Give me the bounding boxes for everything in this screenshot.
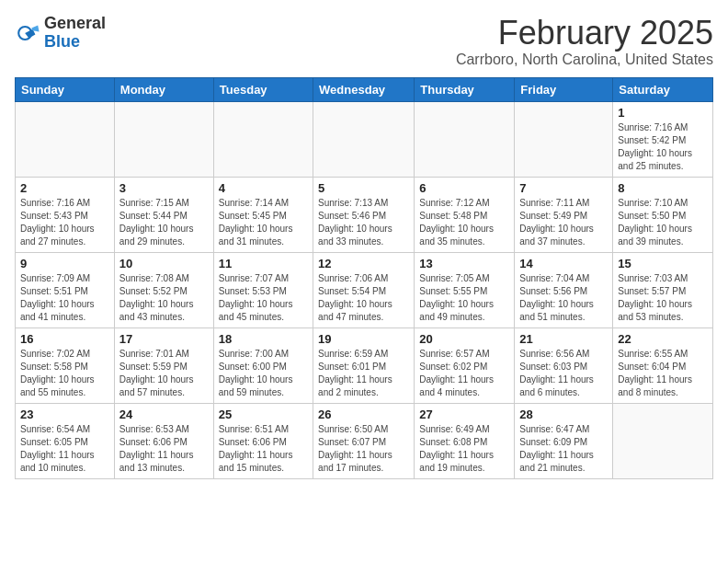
- day-number-1-3: 5: [318, 181, 409, 195]
- day-number-0-6: 1: [618, 106, 708, 120]
- day-cell-2-2: 11Sunrise: 7:07 AM Sunset: 5:53 PM Dayli…: [213, 252, 313, 327]
- title-block: February 2025 Carrboro, North Carolina, …: [456, 15, 713, 68]
- day-number-1-1: 3: [119, 181, 209, 195]
- day-cell-3-2: 18Sunrise: 7:00 AM Sunset: 6:00 PM Dayli…: [213, 327, 313, 403]
- calendar-title: February 2025: [456, 15, 713, 52]
- day-cell-0-2: [213, 101, 313, 177]
- week-row-1: 2Sunrise: 7:16 AM Sunset: 5:43 PM Daylig…: [16, 177, 713, 252]
- day-cell-3-6: 22Sunrise: 6:55 AM Sunset: 6:04 PM Dayli…: [613, 327, 713, 403]
- day-info-2-3: Sunrise: 7:06 AM Sunset: 5:54 PM Dayligh…: [318, 272, 409, 324]
- day-cell-4-0: 23Sunrise: 6:54 AM Sunset: 6:05 PM Dayli…: [16, 403, 115, 478]
- day-info-2-0: Sunrise: 7:09 AM Sunset: 5:51 PM Dayligh…: [20, 272, 109, 324]
- day-info-3-1: Sunrise: 7:01 AM Sunset: 5:59 PM Dayligh…: [119, 348, 209, 399]
- day-number-4-2: 25: [219, 408, 308, 421]
- header-monday: Monday: [114, 77, 213, 101]
- header-sunday: Sunday: [16, 77, 115, 101]
- day-number-3-1: 17: [119, 332, 209, 346]
- day-number-2-0: 9: [20, 257, 109, 270]
- week-row-4: 23Sunrise: 6:54 AM Sunset: 6:05 PM Dayli…: [16, 403, 713, 478]
- day-number-3-5: 21: [519, 332, 608, 346]
- day-cell-2-0: 9Sunrise: 7:09 AM Sunset: 5:51 PM Daylig…: [16, 252, 115, 327]
- logo: General Blue: [15, 15, 106, 52]
- day-cell-1-5: 7Sunrise: 7:11 AM Sunset: 5:49 PM Daylig…: [515, 177, 613, 252]
- day-cell-3-0: 16Sunrise: 7:02 AM Sunset: 5:58 PM Dayli…: [16, 327, 115, 403]
- day-cell-4-3: 26Sunrise: 6:50 AM Sunset: 6:07 PM Dayli…: [313, 403, 415, 478]
- day-info-1-1: Sunrise: 7:15 AM Sunset: 5:44 PM Dayligh…: [119, 197, 209, 248]
- day-cell-3-1: 17Sunrise: 7:01 AM Sunset: 5:59 PM Dayli…: [114, 327, 213, 403]
- day-info-3-2: Sunrise: 7:00 AM Sunset: 6:00 PM Dayligh…: [219, 348, 308, 399]
- day-number-1-6: 8: [618, 181, 708, 195]
- logo-text: General Blue: [44, 15, 106, 52]
- day-number-1-0: 2: [20, 181, 109, 195]
- day-number-1-2: 4: [219, 181, 308, 195]
- day-info-1-2: Sunrise: 7:14 AM Sunset: 5:45 PM Dayligh…: [219, 197, 308, 248]
- day-number-2-5: 14: [519, 257, 608, 270]
- day-info-4-0: Sunrise: 6:54 AM Sunset: 6:05 PM Dayligh…: [20, 423, 109, 475]
- day-info-3-0: Sunrise: 7:02 AM Sunset: 5:58 PM Dayligh…: [20, 348, 109, 399]
- day-cell-1-1: 3Sunrise: 7:15 AM Sunset: 5:44 PM Daylig…: [114, 177, 213, 252]
- day-info-2-2: Sunrise: 7:07 AM Sunset: 5:53 PM Dayligh…: [219, 272, 308, 324]
- day-number-1-4: 6: [419, 181, 509, 195]
- day-cell-0-5: [515, 101, 613, 177]
- day-info-1-3: Sunrise: 7:13 AM Sunset: 5:46 PM Dayligh…: [318, 197, 409, 248]
- day-cell-2-4: 13Sunrise: 7:05 AM Sunset: 5:55 PM Dayli…: [415, 252, 515, 327]
- week-row-0: 1Sunrise: 7:16 AM Sunset: 5:42 PM Daylig…: [16, 101, 713, 177]
- day-cell-4-4: 27Sunrise: 6:49 AM Sunset: 6:08 PM Dayli…: [415, 403, 515, 478]
- day-cell-0-4: [415, 101, 515, 177]
- day-info-4-2: Sunrise: 6:51 AM Sunset: 6:06 PM Dayligh…: [219, 423, 308, 475]
- day-cell-2-5: 14Sunrise: 7:04 AM Sunset: 5:56 PM Dayli…: [515, 252, 613, 327]
- day-cell-4-6: [613, 403, 713, 478]
- day-cell-3-4: 20Sunrise: 6:57 AM Sunset: 6:02 PM Dayli…: [415, 327, 515, 403]
- weekday-header-row: Sunday Monday Tuesday Wednesday Thursday…: [16, 77, 713, 101]
- day-number-2-6: 15: [618, 257, 708, 270]
- day-cell-0-0: [16, 101, 115, 177]
- calendar-subtitle: Carrboro, North Carolina, United States: [456, 52, 713, 68]
- day-info-1-5: Sunrise: 7:11 AM Sunset: 5:49 PM Dayligh…: [519, 197, 608, 248]
- day-cell-2-3: 12Sunrise: 7:06 AM Sunset: 5:54 PM Dayli…: [313, 252, 415, 327]
- page: General Blue February 2025 Carrboro, Nor…: [0, 0, 728, 487]
- day-number-3-0: 16: [20, 332, 109, 346]
- day-info-2-1: Sunrise: 7:08 AM Sunset: 5:52 PM Dayligh…: [119, 272, 209, 324]
- day-cell-1-6: 8Sunrise: 7:10 AM Sunset: 5:50 PM Daylig…: [613, 177, 713, 252]
- day-cell-4-5: 28Sunrise: 6:47 AM Sunset: 6:09 PM Dayli…: [515, 403, 613, 478]
- day-number-2-4: 13: [419, 257, 509, 270]
- day-cell-3-3: 19Sunrise: 6:59 AM Sunset: 6:01 PM Dayli…: [313, 327, 415, 403]
- day-info-1-6: Sunrise: 7:10 AM Sunset: 5:50 PM Dayligh…: [618, 197, 708, 248]
- day-cell-0-3: [313, 101, 415, 177]
- day-info-2-6: Sunrise: 7:03 AM Sunset: 5:57 PM Dayligh…: [618, 272, 708, 324]
- day-cell-2-1: 10Sunrise: 7:08 AM Sunset: 5:52 PM Dayli…: [114, 252, 213, 327]
- day-number-3-4: 20: [419, 332, 509, 346]
- day-cell-1-2: 4Sunrise: 7:14 AM Sunset: 5:45 PM Daylig…: [213, 177, 313, 252]
- week-row-3: 16Sunrise: 7:02 AM Sunset: 5:58 PM Dayli…: [16, 327, 713, 403]
- day-number-4-0: 23: [20, 408, 109, 421]
- header-saturday: Saturday: [613, 77, 713, 101]
- logo-blue-text: Blue: [44, 32, 80, 51]
- day-number-2-1: 10: [119, 257, 209, 270]
- day-info-1-4: Sunrise: 7:12 AM Sunset: 5:48 PM Dayligh…: [419, 197, 509, 248]
- day-info-4-3: Sunrise: 6:50 AM Sunset: 6:07 PM Dayligh…: [318, 423, 409, 475]
- day-info-2-5: Sunrise: 7:04 AM Sunset: 5:56 PM Dayligh…: [519, 272, 608, 324]
- day-info-4-4: Sunrise: 6:49 AM Sunset: 6:08 PM Dayligh…: [419, 423, 509, 475]
- header-tuesday: Tuesday: [213, 77, 313, 101]
- day-cell-4-2: 25Sunrise: 6:51 AM Sunset: 6:06 PM Dayli…: [213, 403, 313, 478]
- header-wednesday: Wednesday: [313, 77, 415, 101]
- header-friday: Friday: [515, 77, 613, 101]
- logo-general-text: General: [44, 14, 106, 32]
- day-number-4-3: 26: [318, 408, 409, 421]
- day-number-2-2: 11: [219, 257, 308, 270]
- day-info-3-4: Sunrise: 6:57 AM Sunset: 6:02 PM Dayligh…: [419, 348, 509, 399]
- day-cell-1-3: 5Sunrise: 7:13 AM Sunset: 5:46 PM Daylig…: [313, 177, 415, 252]
- day-cell-4-1: 24Sunrise: 6:53 AM Sunset: 6:06 PM Dayli…: [114, 403, 213, 478]
- day-number-3-6: 22: [618, 332, 708, 346]
- day-number-2-3: 12: [318, 257, 409, 270]
- day-cell-0-6: 1Sunrise: 7:16 AM Sunset: 5:42 PM Daylig…: [613, 101, 713, 177]
- day-number-1-5: 7: [519, 181, 608, 195]
- day-info-4-1: Sunrise: 6:53 AM Sunset: 6:06 PM Dayligh…: [119, 423, 209, 475]
- day-info-0-6: Sunrise: 7:16 AM Sunset: 5:42 PM Dayligh…: [618, 121, 708, 173]
- day-info-2-4: Sunrise: 7:05 AM Sunset: 5:55 PM Dayligh…: [419, 272, 509, 324]
- day-number-3-3: 19: [318, 332, 409, 346]
- header-thursday: Thursday: [415, 77, 515, 101]
- header: General Blue February 2025 Carrboro, Nor…: [15, 15, 713, 68]
- day-number-4-1: 24: [119, 408, 209, 421]
- day-info-3-6: Sunrise: 6:55 AM Sunset: 6:04 PM Dayligh…: [618, 348, 708, 399]
